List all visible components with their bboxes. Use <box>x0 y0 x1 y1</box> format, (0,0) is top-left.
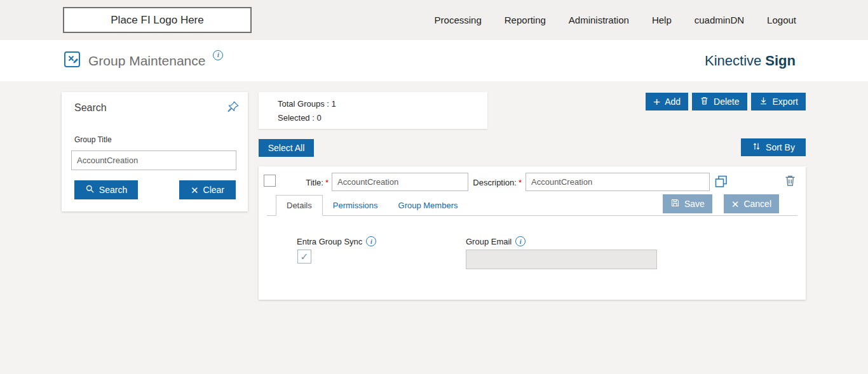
entra-group-sync-label: Entra Group Sync i <box>297 236 376 246</box>
top-navigation: Processing Reporting Administration Help… <box>435 0 796 40</box>
save-icon <box>670 198 680 210</box>
description-input[interactable] <box>526 173 710 191</box>
check-icon: ✓ <box>300 251 308 263</box>
entra-group-sync-checkbox[interactable]: ✓ <box>297 250 311 264</box>
search-panel: Search Group Title Search ✕ Clear <box>62 92 248 211</box>
clear-button[interactable]: ✕ Clear <box>179 180 236 199</box>
tab-details[interactable]: Details <box>276 195 323 216</box>
page-title-info-icon[interactable]: i <box>213 50 223 60</box>
save-button[interactable]: Save <box>663 194 712 213</box>
delete-button[interactable]: Delete <box>692 93 747 110</box>
selected-count-text: Selected : 0 <box>278 111 487 125</box>
title-required-marker: * <box>325 178 329 187</box>
cancel-x-icon: ✕ <box>731 199 740 209</box>
select-all-button[interactable]: Select All <box>259 139 314 157</box>
row-trash-icon <box>783 180 797 189</box>
trash-icon <box>700 96 709 107</box>
pin-icon[interactable] <box>226 100 240 116</box>
nav-administration[interactable]: Administration <box>569 15 629 25</box>
row-delete-button[interactable] <box>783 174 797 189</box>
description-label: Description:* <box>467 178 522 187</box>
nav-processing[interactable]: Processing <box>435 15 482 25</box>
copy-button[interactable] <box>714 174 729 191</box>
group-title-label: Group Title <box>74 135 112 144</box>
cancel-button[interactable]: ✕ Cancel <box>724 194 779 213</box>
group-email-label: Group Email i <box>466 236 526 246</box>
summary-panel: Total Groups : 1 Selected : 0 <box>259 92 487 129</box>
group-row-checkbox[interactable] <box>264 175 276 187</box>
top-bar: Place FI Logo Here Processing Reporting … <box>0 0 868 40</box>
add-button[interactable]: + Add <box>646 93 688 110</box>
sort-icon <box>752 142 761 153</box>
nav-username[interactable]: cuadminDN <box>695 15 744 25</box>
title-label: Title:* <box>284 178 329 187</box>
copy-icon <box>714 182 729 191</box>
group-email-info-icon[interactable]: i <box>515 236 526 246</box>
search-button[interactable]: Search <box>74 180 138 199</box>
description-required-marker: * <box>519 178 522 187</box>
row-actions: Save ✕ Cancel <box>663 194 779 213</box>
sort-by-button[interactable]: Sort By <box>741 138 806 156</box>
total-groups-text: Total Groups : 1 <box>278 97 487 111</box>
entra-group-sync-info-icon[interactable]: i <box>366 236 376 246</box>
search-panel-title: Search <box>74 102 107 114</box>
group-email-input <box>466 250 657 269</box>
brand-suffix: Sign <box>765 53 796 69</box>
nav-reporting[interactable]: Reporting <box>505 15 546 25</box>
brand-logo: Kinective Sign <box>705 40 796 81</box>
page-header: Group Maintenance i Kinective Sign <box>0 40 868 81</box>
clear-x-icon: ✕ <box>191 185 199 195</box>
toolbar: + Add Delete Export <box>646 93 806 110</box>
nav-help[interactable]: Help <box>652 15 672 25</box>
page-title: Group Maintenance <box>88 53 205 69</box>
tab-group-members[interactable]: Group Members <box>388 195 468 215</box>
download-icon <box>759 96 768 107</box>
brand-name: Kinective <box>705 53 761 69</box>
group-row: Title:* Description:* Details Pe <box>259 166 806 300</box>
group-maintenance-icon <box>64 51 81 70</box>
plus-icon: + <box>653 96 660 108</box>
group-title-input[interactable] <box>71 150 236 170</box>
title-input[interactable] <box>332 173 468 191</box>
fi-logo-text: Place FI Logo Here <box>111 14 203 27</box>
export-button[interactable]: Export <box>751 93 806 110</box>
nav-logout[interactable]: Logout <box>767 15 796 25</box>
fi-logo-placeholder: Place FI Logo Here <box>63 7 252 33</box>
main-content: Search Group Title Search ✕ Clear Total … <box>0 81 868 374</box>
search-icon <box>85 184 95 196</box>
tab-permissions[interactable]: Permissions <box>323 195 388 215</box>
